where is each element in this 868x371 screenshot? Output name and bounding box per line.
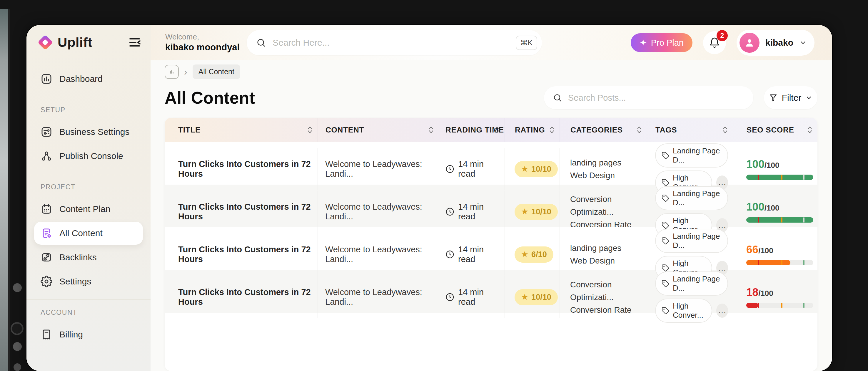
sidebar-item-content-plan[interactable]: Content Plan (34, 198, 143, 221)
sort-icon[interactable] (428, 125, 434, 135)
sidebar-item-backlinks[interactable]: Backlinks (34, 246, 143, 269)
uplift-logo-icon (37, 34, 54, 51)
dashboard-icon (167, 68, 176, 76)
table-row[interactable]: Turn Clicks Into Customers in 72 Hours W… (165, 184, 817, 227)
funnel-icon (769, 93, 778, 102)
filter-button[interactable]: Filter (764, 86, 817, 109)
tag-pill[interactable]: Landing Page D... (655, 229, 728, 253)
sidebar-item-label: Dashboard (59, 74, 103, 84)
search-icon (256, 38, 266, 48)
column-header-seo-score[interactable]: SEO SCORE (733, 118, 817, 142)
breadcrumb-current[interactable]: All Content (193, 64, 240, 79)
star-icon: ★ (521, 165, 528, 173)
seo-threshold-tick (803, 217, 805, 223)
content-area: › All Content All Content Filter (151, 60, 832, 371)
gear-icon (40, 276, 52, 287)
tag-pill[interactable]: Landing Page D... (655, 143, 728, 168)
table-row[interactable]: Turn Clicks Into Customers in 72 Hours W… (165, 142, 817, 184)
welcome-block: Welcome, kibako moondyal (165, 32, 240, 53)
column-header-content[interactable]: CONTENT (317, 118, 439, 142)
receipt-icon (40, 329, 52, 340)
tag-icon (661, 152, 669, 159)
tag-pill[interactable]: High Conver... (655, 298, 712, 323)
breadcrumb: › All Content (165, 64, 817, 79)
sidebar-item-billing[interactable]: Billing (34, 323, 143, 346)
main-area: Welcome, kibako moondyal ⌘K ✦ Pro Plan (151, 25, 832, 371)
sort-icon[interactable] (636, 125, 642, 135)
table-row[interactable]: Turn Clicks Into Customers in 72 Hours W… (165, 270, 817, 313)
clock-icon (445, 164, 455, 174)
sliders-icon (40, 126, 52, 138)
seo-threshold-tick (781, 175, 782, 180)
seo-threshold-tick (781, 260, 782, 265)
seo-progress-fill (746, 260, 790, 265)
device-mockup: Uplift Dashboard SETUP (0, 0, 868, 371)
sidebar-item-all-content[interactable]: All Content (34, 222, 143, 245)
divider (27, 299, 151, 300)
column-header-title[interactable]: TITLE (165, 118, 317, 142)
sidebar-item-business-settings[interactable]: Business Settings (34, 120, 143, 143)
seo-threshold-tick (803, 303, 805, 308)
chevron-down-icon (799, 39, 807, 47)
clock-icon (445, 292, 455, 302)
tag-icon (661, 237, 669, 245)
column-header-rating[interactable]: RATING (504, 118, 560, 142)
seo-threshold-tick (758, 260, 759, 265)
divider (27, 97, 151, 97)
sort-icon[interactable] (549, 125, 555, 135)
table-row[interactable]: Turn Clicks Into Customers in 72 Hours W… (165, 227, 817, 270)
content-table: TITLE CONTENT READING TIME RATING CATEGO… (165, 118, 817, 371)
reading-time-cell: 14 min read (439, 270, 504, 324)
sidebar-item-label: Settings (59, 277, 91, 286)
user-fullname: kibako moondyal (165, 41, 240, 53)
sidebar-item-label: Business Settings (59, 127, 129, 137)
sidebar-item-settings[interactable]: Settings (34, 270, 143, 293)
post-search[interactable] (544, 86, 753, 109)
sidebar-item-dashboard[interactable]: Dashboard (34, 67, 143, 90)
sort-icon[interactable] (494, 125, 500, 135)
brand-name: Uplift (58, 35, 92, 50)
sidebar-item-label: Content Plan (59, 204, 110, 214)
column-header-categories[interactable]: CATEGORIES (560, 118, 647, 142)
sidebar-item-publish-console[interactable]: Publish Console (34, 145, 143, 168)
more-tags-button[interactable]: … (716, 304, 728, 318)
seo-threshold-tick (781, 303, 782, 308)
pro-plan-button[interactable]: ✦ Pro Plan (631, 33, 692, 52)
device-side-rail (0, 9, 10, 371)
section-label-setup: SETUP (40, 106, 143, 114)
backlink-icon (40, 252, 52, 263)
star-icon: ★ (521, 250, 528, 259)
profile-menu[interactable]: kibako (737, 30, 814, 56)
calendar-icon (40, 203, 52, 215)
breadcrumb-home-button[interactable] (165, 65, 179, 79)
sort-icon[interactable] (307, 125, 313, 135)
sidebar-nav: Dashboard SETUP Business Settings (27, 60, 151, 347)
global-search-input[interactable] (272, 37, 516, 48)
breadcrumb-separator: › (184, 67, 187, 77)
tag-icon (661, 307, 669, 314)
welcome-label: Welcome, (165, 32, 240, 41)
sidebar-item-label: Publish Console (59, 151, 123, 161)
column-header-reading-time[interactable]: READING TIME (439, 118, 504, 142)
search-icon (553, 93, 562, 103)
seo-progress-bar (746, 175, 813, 180)
seo-threshold-tick (781, 217, 782, 223)
sort-icon[interactable] (722, 125, 728, 135)
global-search[interactable]: ⌘K (247, 30, 542, 55)
rating-badge: ★10/10 (515, 289, 558, 305)
rating-cell: ★10/10 (504, 270, 560, 324)
tag-pill[interactable]: Landing Page D... (655, 272, 728, 296)
dashboard-icon (40, 73, 52, 85)
post-search-input[interactable] (567, 93, 746, 103)
sidebar-collapse-button[interactable] (128, 35, 142, 50)
column-header-tags[interactable]: TAGS (647, 118, 733, 142)
seo-progress-fill (746, 303, 758, 308)
star-icon: ★ (521, 207, 528, 216)
seo-score-value: 100 (746, 158, 765, 170)
content-list-icon (40, 227, 52, 239)
tags-cell: Landing Page D... High Conver... … (647, 270, 733, 324)
notifications-button[interactable]: 2 (703, 31, 726, 54)
tag-pill[interactable]: Landing Page D... (655, 186, 728, 210)
sidebar-header: Uplift (27, 25, 151, 60)
sort-icon[interactable] (807, 125, 813, 135)
